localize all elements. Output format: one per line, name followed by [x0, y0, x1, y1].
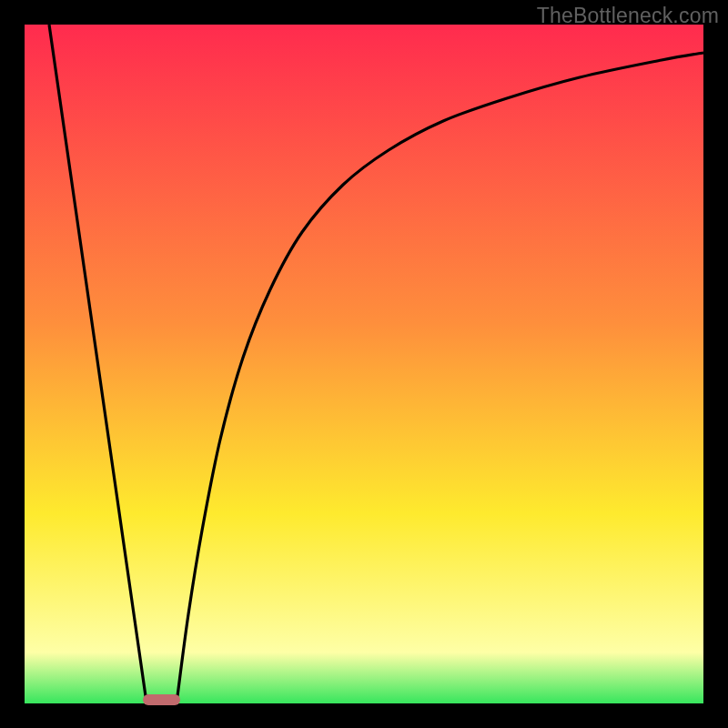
watermark-text: TheBottleneck.com — [537, 4, 719, 28]
optimal-range-marker — [143, 694, 180, 705]
bottleneck-curve — [25, 25, 703, 703]
curve-path — [49, 25, 703, 696]
plot-area — [25, 25, 703, 703]
chart-frame: TheBottleneck.com — [0, 0, 728, 728]
